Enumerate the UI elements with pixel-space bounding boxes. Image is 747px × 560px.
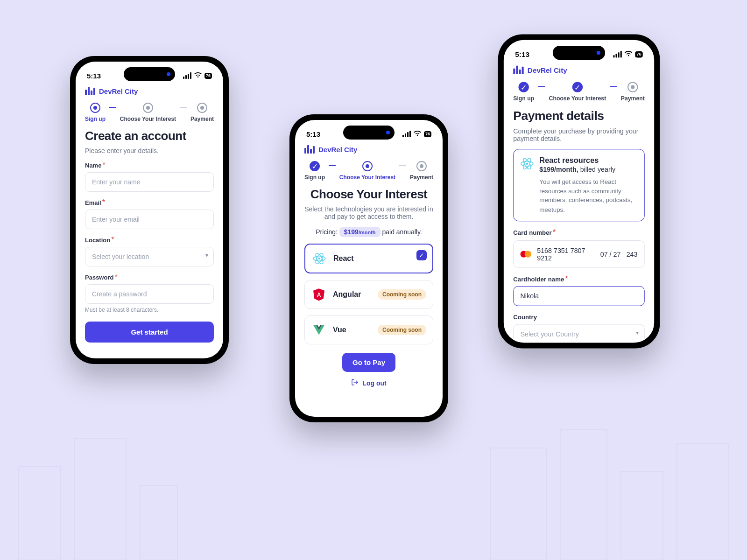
step-signup-icon: ✓ [310,161,320,171]
step-payment-label: Payment [621,95,645,102]
check-icon: ✓ [416,250,427,260]
page-title: Create an account [85,129,214,143]
cardholder-label: Cardholder name [513,276,564,283]
card-cvc-value: 243 [627,250,638,258]
signal-icon [402,131,411,137]
svg-text:A: A [317,292,321,298]
name-label: Name [85,162,101,169]
card-expiry-value: 07 / 27 [600,250,621,258]
page-subtitle: Please enter your details. [85,147,214,154]
dynamic-island [124,67,175,81]
svg-rect-6 [677,443,728,560]
phone-frame-signup: 5:13 76 DevRel City Sign up Choose Your … [70,56,229,364]
battery-icon: 76 [635,51,642,57]
app-header: DevRel City [76,84,223,100]
tech-name: Vue [333,326,346,334]
step-choose-icon [143,103,153,113]
signal-icon [183,72,191,79]
angular-icon: A [311,287,326,302]
get-started-button[interactable]: Get started [85,322,214,343]
page-subtitle: Complete your purchase by providing your… [513,127,645,142]
phone-frame-choose: 5:13 76 DevRel City ✓ Sign up Choose You… [289,114,448,422]
password-input[interactable] [85,284,214,304]
svg-point-19 [526,163,529,165]
step-signup-label: Sign up [85,116,106,122]
step-signup-label: Sign up [304,174,325,181]
step-choose-label: Choose Your Interest [549,95,606,102]
vue-icon [311,322,326,337]
wifi-icon [194,72,202,79]
dynamic-island [553,46,605,60]
step-payment-icon [197,103,207,113]
svg-point-10 [318,258,321,260]
country-select[interactable] [513,324,645,343]
step-signup-icon: ✓ [518,82,529,92]
brand-name: DevRel City [528,66,567,74]
step-choose-label: Choose Your Interest [120,116,176,122]
step-payment-icon [627,82,638,92]
coming-soon-badge: Cooming soon [378,289,426,300]
wifi-icon [414,130,421,138]
pricing-row: Pricing: $199/month paid annually. [304,227,433,237]
step-payment-icon [416,161,427,171]
brand-logo-icon [304,145,315,154]
svg-rect-0 [19,467,61,560]
react-icon [312,251,327,266]
svg-rect-1 [75,439,126,560]
svg-rect-2 [140,485,177,560]
country-label: Country [513,314,537,321]
mastercard-icon [521,251,531,258]
step-choose-label: Choose Your Interest [339,174,395,181]
step-signup-icon [90,103,100,113]
card-number-input[interactable]: 5168 7351 7807 9212 07 / 27 243 [513,240,645,268]
page-title: Payment details [513,109,645,124]
location-label: Location [85,237,110,244]
dynamic-island [343,126,395,140]
status-time: 5:13 [306,130,320,138]
email-input[interactable] [85,210,214,229]
brand-logo-icon [85,87,95,95]
battery-icon: 76 [424,131,431,137]
card-number-value: 5168 7351 7807 9212 [537,246,594,262]
step-choose-icon [362,161,373,171]
page-subtitle: Select the technologies you are interest… [304,205,433,220]
step-choose-icon: ✓ [572,82,583,92]
location-select[interactable] [85,247,214,266]
tech-name: React [333,254,354,263]
svg-rect-4 [560,429,607,560]
chevron-down-icon: ▾ [205,252,208,259]
page-title: Choose Your Interest [304,187,433,202]
chevron-down-icon: ▾ [636,329,639,336]
status-time: 5:13 [515,50,529,58]
svg-rect-3 [490,448,546,560]
email-label: Email [85,199,101,206]
plan-title: React resources [539,156,637,165]
wifi-icon [625,50,632,58]
tech-option-angular[interactable]: A Angular Cooming soon [304,280,433,309]
status-time: 5:13 [87,72,101,80]
plan-price: $199/month, billed yearly [539,166,637,173]
phone-frame-payment: 5:13 76 DevRel City ✓ Sign up ✓ Choose Y… [498,34,660,348]
logout-icon [351,378,359,387]
brand-logo-icon [513,66,523,74]
app-header: DevRel City [504,63,654,79]
battery-icon: 76 [204,73,212,79]
tech-option-vue[interactable]: Vue Cooming soon [304,315,433,344]
logout-link[interactable]: Log out [351,378,386,387]
progress-stepper: ✓ Sign up Choose Your Interest Payment [295,158,443,181]
coming-soon-badge: Cooming soon [378,325,426,335]
step-signup-label: Sign up [513,95,534,102]
tech-option-react[interactable]: React ✓ [304,244,433,273]
signal-icon [613,51,621,57]
progress-stepper: Sign up Choose Your Interest Payment [76,100,223,122]
cardholder-input[interactable] [513,286,645,306]
brand-name: DevRel City [99,87,138,95]
price-pill: $199/month [339,227,381,237]
name-input[interactable] [85,172,214,192]
card-number-label: Card number [513,229,552,236]
password-hint: Must be at least 8 characters. [85,307,214,313]
go-to-pay-button[interactable]: Go to Pay [342,353,395,372]
password-label: Password [85,274,113,281]
react-icon [520,156,535,172]
plan-summary-card: React resources $199/month, billed yearl… [513,149,645,221]
